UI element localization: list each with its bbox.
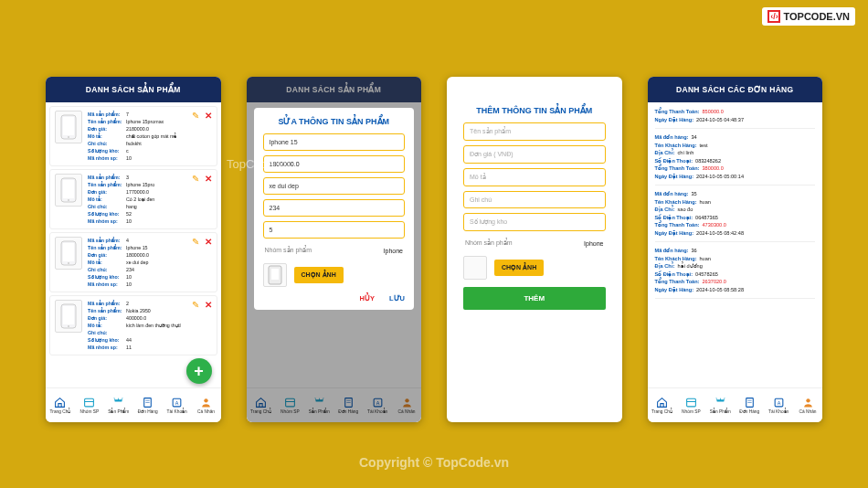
nav-item-4[interactable]: ATài Khoản — [163, 388, 192, 422]
product-card[interactable]: Mã sản phẩm:3Tên sản phẩm:Iphone 15proĐơ… — [49, 169, 217, 229]
nav-icon — [142, 397, 153, 408]
nav-label: Sản Phẩm — [710, 409, 731, 414]
delete-icon[interactable]: ✕ — [205, 111, 212, 121]
watermark-footer: Copyright © TopCode.vn — [0, 455, 868, 470]
svg-rect-4 — [63, 180, 74, 198]
order-item[interactable]: Mã đơn hàng: 36Tên Khách Hàng: huanĐịa C… — [655, 247, 816, 299]
product-card[interactable]: Mã sản phẩm:4Tên sản phẩm:Iphone 15Đơn g… — [49, 232, 217, 292]
edit-note-input[interactable]: 234 — [263, 199, 406, 217]
add-product-dialog: THÊM THÔNG TIN SẢN PHẨM Tên sản phẩm Đơn… — [454, 97, 615, 317]
panel-edit-dialog: DANH SÁCH SẢN PHẨM SỬA THÔNG TIN SẢN PHẨ… — [247, 77, 422, 422]
edit-group-row[interactable]: Nhóm sản phẩm Iphone — [263, 243, 406, 258]
svg-rect-7 — [63, 243, 74, 261]
add-dialog-title: THÊM THÔNG TIN SẢN PHẨM — [463, 106, 606, 115]
delete-icon[interactable]: ✕ — [205, 237, 212, 247]
nav-label: Cá Nhân — [197, 409, 215, 414]
product-thumb — [55, 174, 82, 207]
group-value: Iphone — [384, 248, 403, 254]
product-card[interactable]: Mã sản phẩm:7Tên sản phẩm:Iphone 15proma… — [49, 106, 217, 166]
add-note-input[interactable]: Ghi chú — [463, 191, 606, 208]
nav-icon: A — [171, 397, 183, 408]
edit-desc-input[interactable]: xe dui dep — [263, 177, 406, 195]
edit-icon[interactable]: ✎ — [192, 111, 199, 121]
nav-label: Sản Phẩm — [108, 409, 129, 414]
svg-point-11 — [68, 325, 69, 327]
delete-icon[interactable]: ✕ — [205, 174, 212, 184]
edit-name-input[interactable]: Iphone 15 — [263, 133, 406, 151]
svg-point-2 — [68, 136, 69, 138]
bottom-nav: Trang ChủNhóm SPSản PhẩmĐơn HàngATài Kho… — [648, 387, 823, 422]
add-product-fab[interactable]: + — [186, 358, 212, 384]
order-item[interactable]: Tổng Thanh Toán: 850000.0Ngày Đặt Hàng: … — [655, 108, 816, 129]
edit-price-input[interactable]: 1800000.0 — [263, 155, 406, 173]
product-actions: ✎✕ — [192, 237, 212, 247]
nav-label: Tài Khoản — [167, 409, 187, 414]
product-thumb — [55, 300, 82, 333]
nav-item-3[interactable]: Đơn Hàng — [133, 388, 163, 422]
image-preview-empty — [463, 256, 487, 280]
svg-rect-1 — [63, 117, 74, 135]
edit-stock-input[interactable]: 5 — [263, 221, 406, 239]
nav-item-5[interactable]: Cá Nhân — [793, 388, 822, 422]
product-card[interactable]: Mã sản phẩm:2Tên sản phẩm:Nokia 2950Đơn … — [49, 295, 217, 355]
svg-point-8 — [68, 262, 69, 264]
add-button[interactable]: THÊM — [463, 287, 606, 310]
add-image-row: CHỌN ẢNH — [463, 256, 606, 280]
add-group-row[interactable]: Nhóm sản phẩm Iphone — [463, 236, 606, 250]
nav-item-5[interactable]: Cá Nhân — [192, 388, 221, 422]
nav-icon — [200, 397, 212, 408]
svg-text:A: A — [175, 400, 179, 406]
panel1-body: Mã sản phẩm:7Tên sản phẩm:Iphone 15proma… — [46, 102, 221, 387]
nav-item-2[interactable]: Sản Phẩm — [104, 388, 133, 422]
delete-icon[interactable]: ✕ — [205, 300, 212, 310]
group-value: Iphone — [584, 240, 603, 247]
nav-label: Nhóm SP — [682, 409, 701, 414]
order-item[interactable]: Mã đơn hàng: 34Tên Khách Hàng: testĐịa C… — [655, 133, 816, 186]
nav-item-0[interactable]: Trang Chủ — [648, 388, 677, 422]
nav-icon — [656, 397, 668, 408]
choose-image-button[interactable]: CHỌN ẢNH — [494, 260, 544, 276]
edit-image-row: CHỌN ẢNH — [263, 263, 406, 287]
product-actions: ✎✕ — [192, 111, 212, 121]
svg-rect-12 — [85, 398, 94, 407]
panel4-title: DANH SÁCH CÁC ĐƠN HÀNG — [648, 77, 823, 102]
cancel-button[interactable]: HỦY — [360, 294, 375, 302]
panel1-title: DANH SÁCH SẢN PHẨM — [46, 77, 221, 102]
svg-point-19 — [204, 398, 207, 402]
add-stock-input[interactable]: Số lượng kho — [463, 213, 606, 231]
nav-icon — [715, 397, 726, 408]
svg-rect-30 — [687, 398, 696, 407]
nav-item-0[interactable]: Trang Chủ — [46, 388, 75, 422]
edit-icon[interactable]: ✎ — [192, 174, 199, 184]
nav-item-1[interactable]: Nhóm SP — [676, 388, 705, 422]
nav-label: Trang Chủ — [50, 409, 71, 414]
nav-label: Tài Khoản — [768, 409, 789, 414]
nav-label: Trang Chủ — [651, 409, 672, 414]
nav-icon — [802, 397, 814, 408]
phones-row: DANH SÁCH SẢN PHẨM Mã sản phẩm:7Tên sản … — [46, 77, 822, 422]
topcode-logo: ‹/› TOPCODE.VN — [762, 7, 855, 26]
nav-item-3[interactable]: Đơn Hàng — [735, 388, 764, 422]
choose-image-button[interactable]: CHỌN ẢNH — [294, 267, 344, 283]
nav-icon: A — [773, 397, 785, 408]
nav-item-4[interactable]: ATài Khoản — [764, 388, 793, 422]
logo-text: TOPCODE.VN — [783, 11, 850, 22]
svg-point-5 — [68, 199, 69, 201]
image-preview — [263, 263, 287, 287]
nav-label: Đơn Hàng — [138, 409, 158, 414]
edit-icon[interactable]: ✎ — [192, 300, 199, 310]
edit-icon[interactable]: ✎ — [192, 237, 199, 247]
logo-icon: ‹/› — [767, 10, 780, 23]
nav-icon — [83, 397, 95, 408]
order-item[interactable]: Mã đơn hàng: 35Tên Khách Hàng: huanĐịa C… — [655, 190, 816, 242]
save-button[interactable]: LƯU — [389, 294, 405, 302]
add-name-input[interactable]: Tên sản phẩm — [463, 122, 606, 141]
svg-rect-10 — [63, 306, 74, 324]
group-label: Nhóm sản phẩm — [265, 247, 312, 254]
add-price-input[interactable]: Đơn giá ( VNĐ) — [463, 145, 606, 164]
product-thumb — [55, 111, 82, 143]
nav-item-2[interactable]: Sản Phẩm — [705, 388, 735, 422]
add-desc-input[interactable]: Mô tả — [463, 168, 606, 186]
nav-label: Đơn Hàng — [739, 409, 759, 414]
nav-item-1[interactable]: Nhóm SP — [75, 388, 104, 422]
